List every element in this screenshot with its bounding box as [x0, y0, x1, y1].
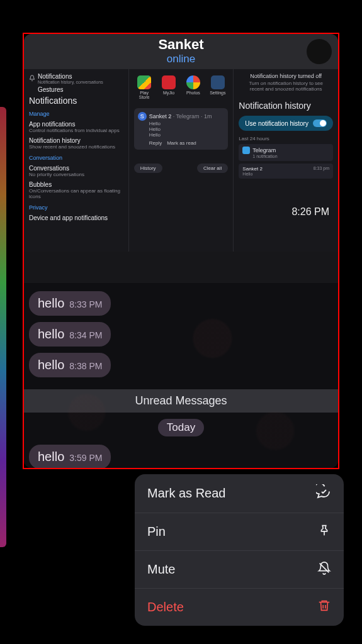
menu-mute[interactable]: Mute: [135, 551, 344, 589]
day-chip: Today: [158, 419, 204, 436]
chat-header[interactable]: Sanket online: [24, 34, 338, 69]
menu-delete[interactable]: Delete: [135, 589, 344, 626]
menu-label: Mute: [147, 562, 175, 577]
toggle-switch-icon: [313, 119, 327, 127]
app-settings: Settings: [210, 75, 226, 99]
attachment-timestamp: 8:26 PM: [239, 206, 333, 218]
telegram-icon: [242, 147, 250, 154]
clearall-pill: Clear all: [197, 164, 228, 173]
settings-row-gestures: Gestures: [38, 86, 123, 93]
history-col: Notification history turned off Turn on …: [233, 69, 338, 252]
sender-avatar: S: [138, 112, 147, 121]
chat-body[interactable]: hello8:33 PM hello8:34 PM hello8:38 PM U…: [24, 283, 338, 468]
unread-separator: Unread Messages: [24, 389, 338, 413]
message-bubble[interactable]: hello8:38 PM: [29, 353, 111, 377]
setting-app-notifications: App notifications Control notifications …: [29, 121, 123, 133]
history-hint: Notification history turned off Turn on …: [239, 73, 333, 92]
bell-icon: [29, 75, 35, 82]
last24-label: Last 24 hours: [239, 136, 333, 142]
chat-preview-card[interactable]: Sanket online Notifications Notification…: [24, 34, 338, 468]
attached-image[interactable]: Notifications Notification history, conv…: [24, 69, 338, 252]
settings-heading: Notifications: [29, 96, 123, 106]
section-manage: Manage: [29, 111, 123, 117]
menu-label: Mark as Read: [147, 486, 226, 501]
message-bubble[interactable]: hello8:34 PM: [29, 322, 111, 347]
history-item: Sanket 2 Hello 8:33 pm: [239, 164, 333, 179]
avatar[interactable]: [307, 39, 332, 64]
setting-conversations: Conversations No priority conversations: [29, 165, 123, 177]
section-privacy: Privacy: [29, 204, 123, 211]
bell-off-icon: [317, 561, 331, 578]
setting-bubbles: Bubbles On/Conversations can appear as f…: [29, 181, 123, 199]
rainbow-sidebar: [0, 107, 6, 547]
settings-col: Notifications Notification history, conv…: [24, 69, 128, 252]
app-photos: Photos: [185, 75, 201, 99]
homescreen-col: Play Store MyJio Photos Settings S Sanke…: [128, 69, 234, 252]
app-myjio: MyJio: [161, 75, 177, 99]
settings-row-title: Notifications: [38, 73, 103, 80]
setting-device-app: Device and app notifications: [29, 214, 123, 221]
menu-label: Delete: [147, 600, 184, 614]
notification-card: S Sanket 2 · Telegram · 1m Hello Hello H…: [134, 108, 229, 150]
trash-icon: [317, 599, 331, 616]
menu-pin[interactable]: Pin: [135, 513, 344, 551]
menu-mark-as-read[interactable]: Mark as Read: [135, 474, 344, 513]
notif-reply: Reply: [149, 140, 162, 146]
pin-icon: [317, 523, 331, 540]
history-pill: History: [134, 164, 162, 173]
chat-title: Sanket: [24, 36, 338, 53]
message-bubble[interactable]: hello8:33 PM: [29, 291, 111, 316]
telegram-history-card: Telegram 1 notification: [239, 144, 333, 161]
chat-check-icon: [316, 484, 331, 502]
notif-mark: Mark as read: [167, 140, 196, 146]
history-heading: Notification history: [239, 101, 333, 111]
context-menu: Mark as Read Pin Mute Delete: [135, 474, 344, 626]
setting-notification-history: Notification history Show recent and sno…: [29, 137, 123, 150]
section-conversation: Conversation: [29, 155, 123, 161]
app-row: Play Store MyJio Photos Settings: [134, 73, 229, 104]
message-bubble[interactable]: hello3:59 PM: [29, 445, 111, 468]
chat-status: online: [24, 53, 338, 65]
settings-row-sub: Notification history, conversations: [38, 80, 103, 84]
history-toggle: Use notification history: [239, 116, 333, 131]
menu-label: Pin: [147, 525, 166, 539]
app-playstore: Play Store: [136, 75, 152, 99]
